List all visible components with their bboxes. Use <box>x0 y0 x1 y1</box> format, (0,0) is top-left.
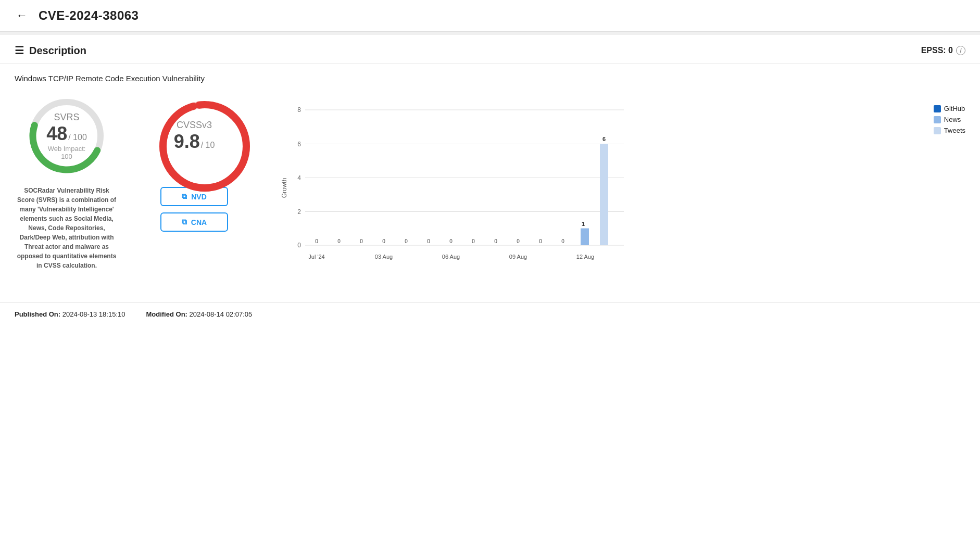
svg-text:0: 0 <box>449 238 453 244</box>
cvss-circle: CVSSv3 9.8 / 10 <box>153 94 236 178</box>
legend-github: GitHub <box>934 105 965 112</box>
svrs-description: SOCRadar Vulnerability Risk Score (SVRS)… <box>15 186 119 270</box>
svg-text:0: 0 <box>315 238 318 244</box>
svg-text:0: 0 <box>561 238 564 244</box>
description-icon: ☰ <box>15 44 24 57</box>
svg-rect-27 <box>581 229 589 246</box>
svg-text:12 Aug: 12 Aug <box>576 254 594 260</box>
github-swatch <box>934 105 941 112</box>
svg-text:0: 0 <box>297 242 301 249</box>
svg-text:0: 0 <box>539 238 542 244</box>
svrs-value: 48 <box>46 123 67 145</box>
svg-text:2: 2 <box>297 208 301 216</box>
vulnerability-name: Windows TCP/IP Remote Code Execution Vul… <box>15 74 965 83</box>
svg-text:0: 0 <box>337 238 341 244</box>
cvss-value: 9.8 <box>174 131 200 153</box>
svg-text:1: 1 <box>582 221 585 227</box>
main-content: Windows TCP/IP Remote Code Execution Vul… <box>0 64 980 297</box>
svg-rect-29 <box>600 144 608 245</box>
page-title: CVE-2024-38063 <box>39 8 139 23</box>
svrs-label: SVRS <box>46 112 87 123</box>
news-swatch <box>934 116 941 123</box>
chart-footer: Published On: 2024-08-13 18:15:10 Modifi… <box>0 303 980 318</box>
section-title: ☰ Description <box>15 44 86 57</box>
modified-on: Modified On: 2024-08-14 02:07:05 <box>146 310 252 318</box>
svg-text:8: 8 <box>297 106 301 114</box>
svg-text:Jul '24: Jul '24 <box>308 254 324 260</box>
top-header: ← CVE-2024-38063 <box>0 0 980 32</box>
svg-text:6: 6 <box>297 141 301 148</box>
legend-tweets: Tweets <box>934 127 965 134</box>
chart-area: GitHub News Tweets <box>280 94 965 282</box>
tweets-label: Tweets <box>944 127 965 134</box>
svg-text:03 Aug: 03 Aug <box>375 254 393 260</box>
github-label: GitHub <box>944 105 965 112</box>
svg-text:6: 6 <box>602 136 606 142</box>
cvss-container: CVSSv3 9.8 / 10 ⧉ NVD ⧉ CNA <box>140 94 249 232</box>
cvss-label: CVSSv3 <box>174 120 215 131</box>
epss-info-icon[interactable]: i <box>956 46 965 55</box>
svg-text:09 Aug: 09 Aug <box>509 254 527 260</box>
svg-text:4: 4 <box>297 174 301 182</box>
description-label: Description <box>29 45 86 57</box>
epss-score: EPSS: 0 i <box>921 46 965 55</box>
scores-row: SVRS 48 / 100 Web Impact: 100 SOCRadar V… <box>15 94 965 282</box>
svg-text:0: 0 <box>360 238 363 244</box>
bar-chart-wrap: 0 2 4 6 8 Growth 0 0 <box>280 94 898 282</box>
svg-text:0: 0 <box>494 238 497 244</box>
news-label: News <box>944 116 961 123</box>
svrs-denom: / 100 <box>68 133 87 142</box>
chart-legend: GitHub News Tweets <box>934 105 965 134</box>
svg-text:06 Aug: 06 Aug <box>442 254 460 260</box>
published-on: Published On: 2024-08-13 18:15:10 <box>15 310 125 318</box>
back-button[interactable]: ← <box>12 6 31 25</box>
svg-text:0: 0 <box>382 238 385 244</box>
svrs-circle: SVRS 48 / 100 Web Impact: 100 <box>25 94 108 178</box>
svg-text:0: 0 <box>405 238 408 244</box>
legend-news: News <box>934 116 965 123</box>
svg-text:Growth: Growth <box>281 178 288 198</box>
cvss-denom: / 10 <box>201 141 215 150</box>
tweets-swatch <box>934 127 941 134</box>
svrs-container: SVRS 48 / 100 Web Impact: 100 SOCRadar V… <box>15 94 119 270</box>
svg-text:0: 0 <box>427 238 430 244</box>
svg-text:0: 0 <box>517 238 520 244</box>
bar-chart-svg: 0 2 4 6 8 Growth 0 0 <box>280 94 634 282</box>
chart-container: GitHub News Tweets <box>270 94 965 282</box>
svrs-sub: Web Impact: 100 <box>46 145 87 160</box>
section-header: ☰ Description EPSS: 0 i <box>0 35 980 64</box>
svg-text:0: 0 <box>472 238 475 244</box>
cna-button[interactable]: ⧉ CNA <box>160 212 228 232</box>
cna-external-icon: ⧉ <box>182 218 187 226</box>
